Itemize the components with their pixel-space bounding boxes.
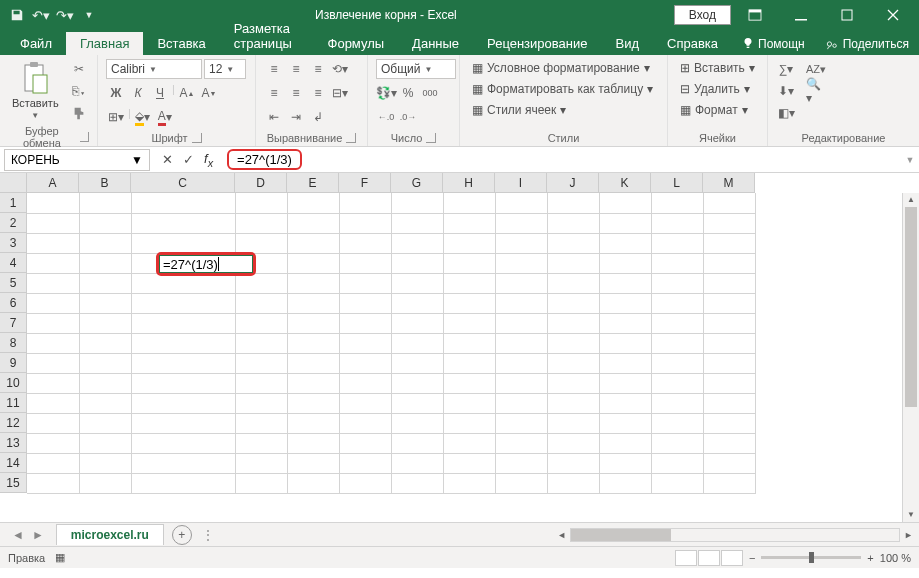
cell-K7[interactable] <box>599 313 651 333</box>
scroll-right-icon[interactable]: ► <box>904 530 913 540</box>
cell-K10[interactable] <box>599 373 651 393</box>
col-header-I[interactable]: I <box>495 173 547 193</box>
cell-A11[interactable] <box>27 393 79 413</box>
cell-H15[interactable] <box>443 473 495 493</box>
cell-E15[interactable] <box>287 473 339 493</box>
select-all-corner[interactable] <box>0 173 27 193</box>
comma-icon[interactable]: 000 <box>420 83 440 103</box>
cell-H7[interactable] <box>443 313 495 333</box>
cell-H4[interactable] <box>443 253 495 273</box>
vertical-scrollbar[interactable]: ▲ ▼ <box>902 193 919 522</box>
zoom-level[interactable]: 100 % <box>880 552 911 564</box>
tab-formulas[interactable]: Формулы <box>314 32 399 55</box>
cell-L12[interactable] <box>651 413 703 433</box>
cell-E8[interactable] <box>287 333 339 353</box>
paste-button[interactable]: Вставить ▼ <box>8 59 63 122</box>
horizontal-scrollbar[interactable] <box>570 528 900 542</box>
cell-K15[interactable] <box>599 473 651 493</box>
cell-M3[interactable] <box>703 233 755 253</box>
cell-L9[interactable] <box>651 353 703 373</box>
dialog-launcher-icon[interactable] <box>426 133 436 143</box>
orientation-icon[interactable]: ⟲▾ <box>330 59 350 79</box>
insert-cells-button[interactable]: ⊞Вставить▾ <box>676 59 759 77</box>
cell-I15[interactable] <box>495 473 547 493</box>
row-header-5[interactable]: 5 <box>0 273 27 293</box>
cell-H5[interactable] <box>443 273 495 293</box>
cell-A7[interactable] <box>27 313 79 333</box>
minimize-button[interactable] <box>779 0 823 30</box>
col-header-G[interactable]: G <box>391 173 443 193</box>
cell-C1[interactable] <box>131 193 235 213</box>
increase-decimal-icon[interactable]: ←.0 <box>376 107 396 127</box>
cell-G5[interactable] <box>391 273 443 293</box>
cell-B6[interactable] <box>79 293 131 313</box>
scroll-left-icon[interactable]: ◄ <box>557 530 566 540</box>
cell-L10[interactable] <box>651 373 703 393</box>
active-cell[interactable]: =27^(1/3) <box>159 255 253 273</box>
scroll-down-icon[interactable]: ▼ <box>903 508 919 522</box>
cell-B13[interactable] <box>79 433 131 453</box>
cell-A13[interactable] <box>27 433 79 453</box>
cell-E11[interactable] <box>287 393 339 413</box>
col-header-C[interactable]: C <box>131 173 235 193</box>
cell-K14[interactable] <box>599 453 651 473</box>
col-header-M[interactable]: M <box>703 173 755 193</box>
font-color-icon[interactable]: A▾ <box>155 107 175 127</box>
cell-A9[interactable] <box>27 353 79 373</box>
cell-L4[interactable] <box>651 253 703 273</box>
cell-A5[interactable] <box>27 273 79 293</box>
row-header-14[interactable]: 14 <box>0 453 27 473</box>
cell-J1[interactable] <box>547 193 599 213</box>
cancel-icon[interactable]: ✕ <box>162 152 173 167</box>
number-format-combo[interactable]: Общий▼ <box>376 59 456 79</box>
cell-A1[interactable] <box>27 193 79 213</box>
cell-L13[interactable] <box>651 433 703 453</box>
fx-icon[interactable]: fx <box>204 151 213 169</box>
cell-L8[interactable] <box>651 333 703 353</box>
cell-E3[interactable] <box>287 233 339 253</box>
tab-file[interactable]: Файл <box>6 32 66 55</box>
cell-L14[interactable] <box>651 453 703 473</box>
cell-B12[interactable] <box>79 413 131 433</box>
cell-F12[interactable] <box>339 413 391 433</box>
cell-D9[interactable] <box>235 353 287 373</box>
cell-F4[interactable] <box>339 253 391 273</box>
align-right-icon[interactable]: ≡ <box>308 83 328 103</box>
cell-C9[interactable] <box>131 353 235 373</box>
row-header-11[interactable]: 11 <box>0 393 27 413</box>
autosum-icon[interactable]: ∑▾ <box>776 59 796 79</box>
cell-G7[interactable] <box>391 313 443 333</box>
page-break-view-button[interactable] <box>721 550 743 566</box>
cell-F15[interactable] <box>339 473 391 493</box>
cell-C10[interactable] <box>131 373 235 393</box>
cell-A4[interactable] <box>27 253 79 273</box>
cell-F1[interactable] <box>339 193 391 213</box>
cell-D13[interactable] <box>235 433 287 453</box>
sheet-tab-active[interactable]: microexcel.ru <box>56 524 164 545</box>
cell-J12[interactable] <box>547 413 599 433</box>
col-header-B[interactable]: B <box>79 173 131 193</box>
col-header-E[interactable]: E <box>287 173 339 193</box>
cell-A10[interactable] <box>27 373 79 393</box>
cell-K2[interactable] <box>599 213 651 233</box>
cell-A15[interactable] <box>27 473 79 493</box>
col-header-A[interactable]: A <box>27 173 79 193</box>
cell-K3[interactable] <box>599 233 651 253</box>
cell-M14[interactable] <box>703 453 755 473</box>
cell-J11[interactable] <box>547 393 599 413</box>
cell-G4[interactable] <box>391 253 443 273</box>
tell-me[interactable]: Помощн <box>732 33 815 55</box>
row-header-13[interactable]: 13 <box>0 433 27 453</box>
cell-A14[interactable] <box>27 453 79 473</box>
cell-J4[interactable] <box>547 253 599 273</box>
cell-I10[interactable] <box>495 373 547 393</box>
col-header-F[interactable]: F <box>339 173 391 193</box>
copy-icon[interactable]: ⎘▾ <box>69 81 89 101</box>
cell-B1[interactable] <box>79 193 131 213</box>
cell-B5[interactable] <box>79 273 131 293</box>
share-button[interactable]: Поделиться <box>815 33 919 55</box>
new-sheet-button[interactable]: + <box>172 525 192 545</box>
cell-B14[interactable] <box>79 453 131 473</box>
cell-F5[interactable] <box>339 273 391 293</box>
underline-button[interactable]: Ч <box>150 83 170 103</box>
